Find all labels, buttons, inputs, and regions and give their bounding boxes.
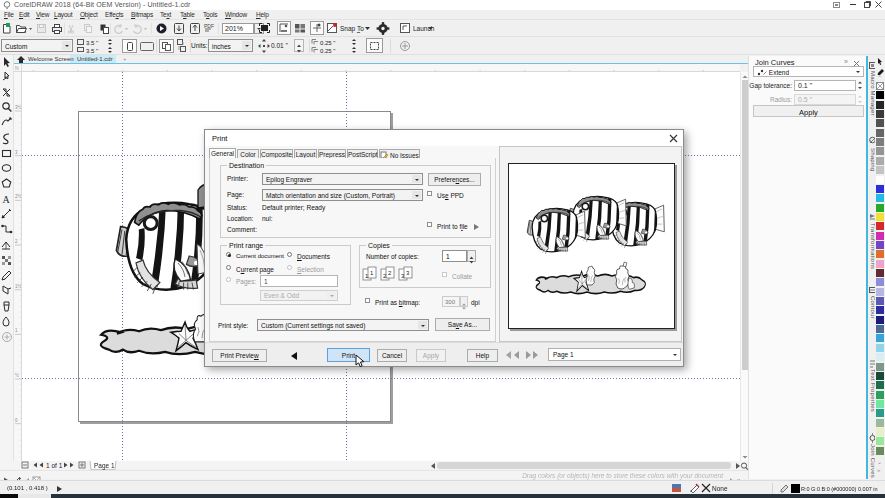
svg-text:0.25 ": 0.25 " [320,40,335,46]
svg-text:2½: 2½ [15,193,22,199]
svg-text:3½: 3½ [15,104,22,110]
svg-text:2: 2 [15,239,18,244]
svg-text:R:0 G:0 B:0 (#000000): R:0 G:0 B:0 (#000000) [801,486,857,492]
svg-text:0: 0 [15,418,18,423]
svg-text:0.007 in: 0.007 in [858,486,878,492]
svg-text:1½: 1½ [15,283,22,289]
svg-text:PDF: PDF [204,23,214,29]
svg-text:3: 3 [15,150,18,155]
svg-text:Snap To: Snap To [340,25,364,33]
svg-text:A: A [3,194,11,205]
svg-text:None: None [712,485,728,492]
svg-text:1 of 1: 1 of 1 [46,462,63,469]
svg-text:0.25 ": 0.25 " [320,48,335,54]
svg-text:3.5 ": 3.5 " [86,48,98,54]
svg-text:3.5 ": 3.5 " [86,40,98,46]
svg-text:1: 1 [15,328,18,333]
svg-text:½: ½ [15,372,19,378]
